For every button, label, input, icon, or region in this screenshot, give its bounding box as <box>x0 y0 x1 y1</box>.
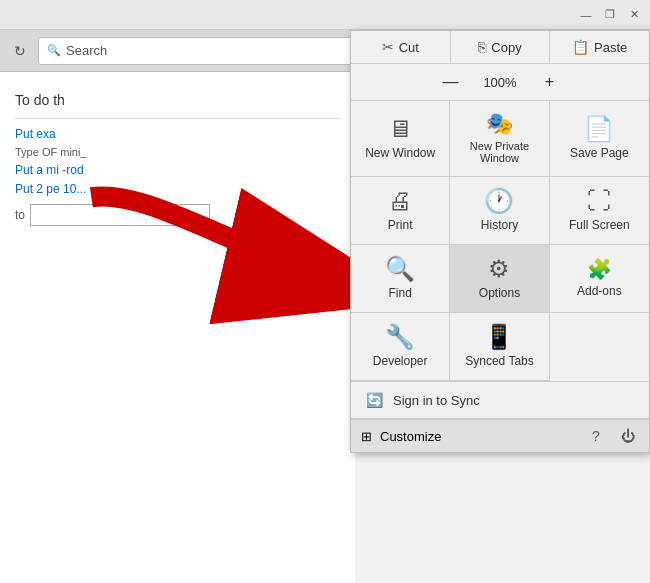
developer-label: Developer <box>373 354 428 368</box>
search-bar[interactable]: 🔍 Search <box>38 37 384 65</box>
zoom-in-button[interactable]: + <box>538 70 562 94</box>
icon-grid: 🖥 New Window 🎭 New Private Window 📄 Save… <box>351 101 649 382</box>
synced-tabs-icon: 📱 <box>484 325 514 349</box>
new-window-icon: 🖥 <box>388 117 412 141</box>
addons-button[interactable]: 🧩 Add-ons <box>550 245 649 313</box>
customize-icon: ⊞ <box>361 429 372 444</box>
input-row: to <box>15 204 340 226</box>
paste-icon: 📋 <box>572 39 589 55</box>
find-label: Find <box>388 286 411 300</box>
developer-button[interactable]: 🔧 Developer <box>351 313 450 381</box>
customize-label: Customize <box>380 429 441 444</box>
zoom-value: 100% <box>478 75 523 90</box>
sign-in-button[interactable]: 🔄 Sign in to Sync <box>351 382 649 419</box>
paste-label: Paste <box>594 40 627 55</box>
input-label: to <box>15 208 25 222</box>
menu-bottom-bar: ⊞ Customize ? ⏻ <box>351 419 649 452</box>
paste-button[interactable]: 📋 Paste <box>550 31 649 63</box>
page-line1: Put exa <box>15 127 340 141</box>
divider <box>15 118 340 119</box>
print-button[interactable]: 🖨 Print <box>351 177 450 245</box>
cut-icon: ✂ <box>382 39 394 55</box>
synced-tabs-button[interactable]: 📱 Synced Tabs <box>450 313 549 381</box>
zoom-row: — 100% + <box>351 64 649 101</box>
page-line4: Put 2 pe 10... <box>15 182 340 196</box>
save-page-button[interactable]: 📄 Save Page <box>550 101 649 177</box>
developer-icon: 🔧 <box>385 325 415 349</box>
close-button[interactable]: ✕ <box>626 7 642 23</box>
window-controls: — ❐ ✕ <box>578 7 642 23</box>
copy-icon: ⎘ <box>478 39 486 55</box>
sync-icon: 🔄 <box>366 392 383 408</box>
copy-label: Copy <box>491 40 521 55</box>
page-line3: Put a mi -rod <box>15 163 340 177</box>
print-label: Print <box>388 218 413 232</box>
synced-tabs-label: Synced Tabs <box>465 354 534 368</box>
history-label: History <box>481 218 518 232</box>
options-button[interactable]: ⚙ Options <box>450 245 549 313</box>
todo-title: To do th <box>15 92 340 108</box>
edit-row: ✂ Cut ⎘ Copy 📋 Paste <box>351 31 649 64</box>
options-icon: ⚙ <box>488 257 510 281</box>
search-text: Search <box>66 43 107 58</box>
customize-button[interactable]: ⊞ Customize <box>361 429 441 444</box>
save-page-icon: 📄 <box>584 117 614 141</box>
options-label: Options <box>479 286 520 300</box>
history-button[interactable]: 🕐 History <box>450 177 549 245</box>
power-icon[interactable]: ⏻ <box>617 425 639 447</box>
help-icon[interactable]: ? <box>585 425 607 447</box>
new-private-window-icon: 🎭 <box>486 113 513 135</box>
search-icon: 🔍 <box>47 44 61 57</box>
print-icon: 🖨 <box>388 189 412 213</box>
title-bar: — ❐ ✕ <box>0 0 650 30</box>
full-screen-button[interactable]: ⛶ Full Screen <box>550 177 649 245</box>
new-window-label: New Window <box>365 146 435 160</box>
page-content: To do th Put exa Type OF mini_ Put a mi … <box>0 72 355 583</box>
full-screen-icon: ⛶ <box>587 189 611 213</box>
sign-in-label: Sign in to Sync <box>393 393 480 408</box>
cut-button[interactable]: ✂ Cut <box>351 31 451 63</box>
page-line2: Type OF mini_ <box>15 146 340 158</box>
cut-label: Cut <box>399 40 419 55</box>
empty-grid-cell <box>550 313 649 381</box>
restore-button[interactable]: ❐ <box>602 7 618 23</box>
addons-label: Add-ons <box>577 284 622 298</box>
page-input[interactable] <box>30 204 210 226</box>
copy-button[interactable]: ⎘ Copy <box>451 31 551 63</box>
new-private-window-label: New Private Window <box>458 140 540 164</box>
reload-button[interactable]: ↻ <box>8 39 32 63</box>
dropdown-menu: ✂ Cut ⎘ Copy 📋 Paste — 100% + 🖥 New Wind… <box>350 30 650 453</box>
new-window-button[interactable]: 🖥 New Window <box>351 101 450 177</box>
addons-icon: 🧩 <box>587 259 612 279</box>
save-page-label: Save Page <box>570 146 629 160</box>
minimize-button[interactable]: — <box>578 7 594 23</box>
history-icon: 🕐 <box>484 189 514 213</box>
find-button[interactable]: 🔍 Find <box>351 245 450 313</box>
new-private-window-button[interactable]: 🎭 New Private Window <box>450 101 549 177</box>
find-icon: 🔍 <box>385 257 415 281</box>
zoom-out-button[interactable]: — <box>439 70 463 94</box>
full-screen-label: Full Screen <box>569 218 630 232</box>
